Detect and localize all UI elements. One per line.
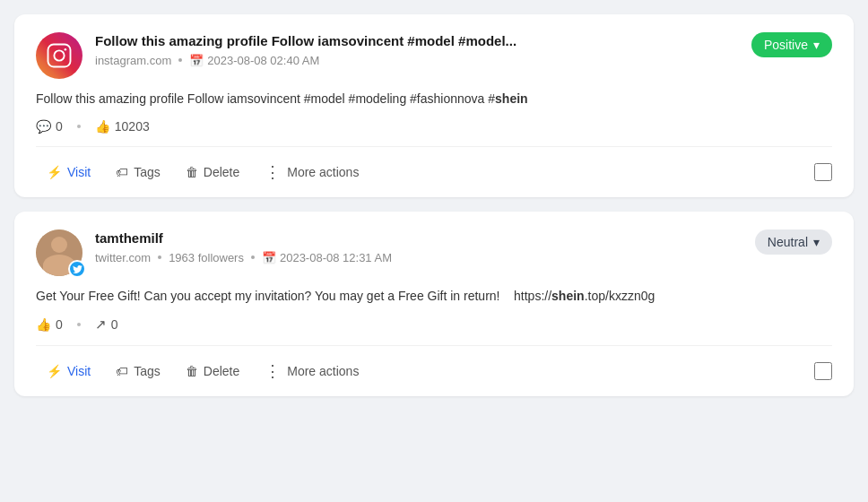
more-label-1: More actions: [287, 165, 359, 179]
card-header-2: tamthemilf twitter.com 1963 followers 📅 …: [36, 229, 832, 276]
meta-dot-3: [251, 255, 255, 259]
tags-label-1: Tags: [134, 165, 161, 179]
delete-label-2: Delete: [204, 364, 239, 378]
post-content-1: Follow this amazing profile Follow iamso…: [36, 90, 832, 108]
card-header-1: Follow this amazing profile Follow iamso…: [36, 32, 832, 79]
post-card-1: Follow this amazing profile Follow iamso…: [14, 14, 854, 197]
twitter-badge: [68, 260, 86, 278]
like-count-1: 10203: [115, 119, 150, 134]
like-stat-2: 👍 0: [36, 317, 63, 332]
post-followers-2: 1963 followers: [169, 251, 244, 264]
sentiment-label-1: Positive: [764, 38, 808, 52]
avatar-wrapper-2: [36, 229, 82, 276]
sentiment-badge-1[interactable]: Positive ▾: [751, 32, 832, 57]
calendar-icon-1: 📅: [189, 54, 204, 67]
post-meta-1: instagram.com 📅 2023-08-08 02:40 AM: [95, 54, 516, 67]
visit-label-2: Visit: [67, 364, 91, 378]
select-checkbox-2[interactable]: [814, 362, 832, 380]
tags-button-2[interactable]: 🏷 Tags: [105, 358, 171, 385]
tags-label-2: Tags: [134, 364, 161, 378]
share-icon-2: ↗: [95, 316, 107, 333]
share-stat-2: ↗ 0: [95, 316, 118, 333]
post-card-2: tamthemilf twitter.com 1963 followers 📅 …: [14, 212, 854, 396]
header-info-2: tamthemilf twitter.com 1963 followers 📅 …: [95, 229, 392, 264]
meta-dot-2: [158, 255, 161, 259]
thumbsup-icon-1: 👍: [95, 119, 110, 134]
comment-stat-1: 💬 0: [36, 119, 63, 134]
delete-button-1[interactable]: 🗑 Delete: [175, 159, 250, 186]
post-stats-2: 👍 0 ↗ 0: [36, 316, 832, 333]
post-meta-2: twitter.com 1963 followers 📅 2023-08-08 …: [95, 251, 392, 264]
tag-icon-2: 🏷: [116, 364, 128, 378]
tags-button-1[interactable]: 🏷 Tags: [105, 159, 171, 186]
post-username-2: tamthemilf: [95, 229, 392, 247]
lightning-icon-2: ⚡: [47, 364, 62, 378]
bold-keyword-1: shein: [495, 91, 528, 106]
stat-sep-1: [77, 125, 81, 128]
comment-count-1: 0: [56, 119, 63, 134]
tag-icon-1: 🏷: [116, 165, 128, 179]
chevron-down-icon-1: ▾: [813, 38, 820, 52]
more-actions-button-1[interactable]: ⋮ More actions: [254, 156, 369, 188]
actions-left-2: ⚡ Visit 🏷 Tags 🗑 Delete ⋮ More actions: [36, 355, 369, 387]
sentiment-badge-2[interactable]: Neutral ▾: [755, 229, 832, 255]
card-actions-2: ⚡ Visit 🏷 Tags 🗑 Delete ⋮ More actions: [36, 345, 832, 396]
like-count-2: 0: [56, 317, 63, 332]
header-info-1: Follow this amazing profile Follow iamso…: [95, 32, 516, 67]
select-checkbox-1[interactable]: [814, 163, 832, 181]
trash-icon-2: 🗑: [186, 364, 198, 378]
header-left-1: Follow this amazing profile Follow iamso…: [36, 32, 516, 79]
share-count-2: 0: [111, 317, 118, 332]
header-left-2: tamthemilf twitter.com 1963 followers 📅 …: [36, 229, 392, 276]
delete-label-1: Delete: [204, 165, 239, 179]
meta-date-1: 📅 2023-08-08 02:40 AM: [189, 54, 319, 67]
avatar-instagram: [36, 32, 82, 79]
dots-icon-2: ⋮: [265, 361, 282, 381]
post-stats-1: 💬 0 👍 10203: [36, 119, 832, 134]
post-title-1: Follow this amazing profile Follow iamso…: [95, 32, 516, 50]
post-content-2: Get Your Free Gift! Can you accept my in…: [36, 287, 832, 306]
meta-date-2: 📅 2023-08-08 12:31 AM: [262, 251, 392, 264]
svg-point-2: [65, 48, 67, 51]
visit-label-1: Visit: [67, 165, 91, 179]
sentiment-label-2: Neutral: [768, 235, 808, 249]
post-source-2: twitter.com: [95, 251, 151, 264]
lightning-icon-1: ⚡: [47, 165, 62, 179]
svg-rect-0: [48, 45, 71, 67]
trash-icon-1: 🗑: [186, 165, 198, 179]
svg-point-1: [54, 50, 64, 60]
actions-left-1: ⚡ Visit 🏷 Tags 🗑 Delete ⋮ More actions: [36, 156, 369, 188]
comment-icon-1: 💬: [36, 119, 51, 134]
meta-dot-1: [178, 58, 182, 62]
more-actions-button-2[interactable]: ⋮ More actions: [254, 355, 369, 387]
card-actions-1: ⚡ Visit 🏷 Tags 🗑 Delete ⋮ More actions: [36, 146, 832, 197]
like-stat-1: 👍 10203: [95, 119, 150, 134]
visit-button-2[interactable]: ⚡ Visit: [36, 358, 101, 385]
visit-button-1[interactable]: ⚡ Visit: [36, 159, 101, 186]
dots-icon-1: ⋮: [265, 162, 282, 182]
post-source-1: instagram.com: [95, 54, 171, 67]
thumbsup-icon-2: 👍: [36, 317, 51, 332]
bold-keyword-2: shein: [551, 289, 585, 303]
calendar-icon-2: 📅: [262, 251, 276, 264]
more-label-2: More actions: [287, 364, 359, 378]
chevron-down-icon-2: ▾: [813, 235, 820, 249]
stat-sep-2: [77, 323, 81, 326]
delete-button-2[interactable]: 🗑 Delete: [175, 358, 250, 385]
